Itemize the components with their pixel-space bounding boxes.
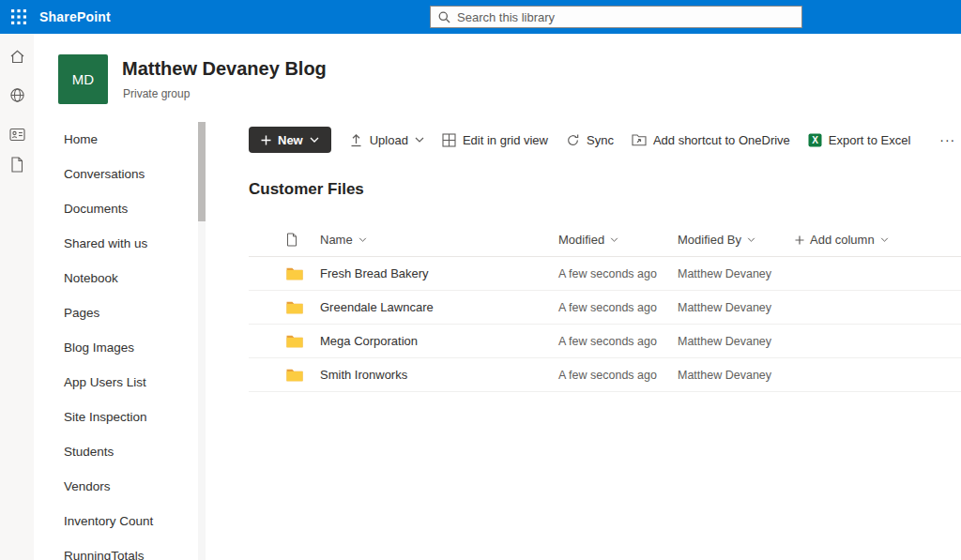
edit-in-grid-view-label: Edit in grid view — [463, 133, 548, 147]
edit-in-grid-view-button[interactable]: Edit in grid view — [442, 133, 548, 147]
upload-label: Upload — [370, 133, 408, 147]
app-name[interactable]: SharePoint — [39, 9, 111, 24]
sidebar-item-runningtotals[interactable]: RunningTotals — [34, 538, 198, 560]
file-modified-by: Matthew Devaney — [678, 335, 795, 348]
left-rail — [0, 34, 34, 560]
site-header: MD Matthew Devaney Blog Private group — [34, 34, 961, 122]
upload-button[interactable]: Upload — [349, 133, 424, 147]
sidebar-item-notebook[interactable]: Notebook — [34, 261, 198, 295]
site-title[interactable]: Matthew Devaney Blog — [122, 58, 327, 80]
main-content: New Upload Edit in grid view — [206, 122, 961, 560]
file-modified: A few seconds ago — [558, 335, 678, 348]
sidebar-item-shared-with-us[interactable]: Shared with us — [34, 226, 198, 261]
table-row[interactable]: Fresh Bread Bakery A few seconds ago Mat… — [249, 257, 961, 291]
sync-icon — [566, 133, 580, 147]
plus-icon — [261, 135, 271, 145]
chevron-down-icon — [747, 237, 755, 242]
svg-text:X: X — [812, 135, 818, 145]
contact-card-icon[interactable] — [2, 119, 32, 149]
file-name[interactable]: Fresh Bread Bakery — [320, 266, 558, 280]
app-launcher-icon[interactable] — [0, 0, 38, 34]
site-privacy-label: Private group — [123, 87, 190, 100]
export-to-excel-button[interactable]: X Export to Excel — [808, 133, 910, 147]
add-column-button[interactable]: Add column — [795, 233, 961, 247]
column-header-name[interactable]: Name — [320, 233, 558, 247]
topbar: SharePoint — [0, 0, 961, 34]
site-initials: MD — [72, 71, 94, 87]
column-header-modified[interactable]: Modified — [558, 233, 678, 247]
sidebar-item-site-inspection[interactable]: Site Inspection — [34, 400, 198, 434]
sidebar-nav: Home Conversations Documents Shared with… — [34, 122, 198, 560]
sidebar-item-students[interactable]: Students — [34, 434, 198, 469]
sidebar-item-vendors[interactable]: Vendors — [34, 469, 198, 504]
chevron-down-icon — [610, 237, 618, 242]
search-input[interactable] — [457, 10, 794, 24]
files-table: Name Modified Modified By Add column Fre… — [249, 223, 961, 392]
file-name[interactable]: Mega Corporation — [320, 334, 558, 348]
sidebar-item-conversations[interactable]: Conversations — [34, 157, 198, 191]
new-button-label: New — [278, 133, 303, 147]
file-name[interactable]: Greendale Lawncare — [320, 300, 558, 314]
folder-icon — [286, 301, 320, 314]
sidebar-item-pages[interactable]: Pages — [34, 295, 198, 330]
folder-shortcut-icon — [632, 133, 647, 146]
file-modified: A few seconds ago — [558, 267, 678, 280]
library-title: Customer Files — [249, 180, 364, 199]
table-header-row: Name Modified Modified By Add column — [249, 223, 961, 257]
file-modified-by: Matthew Devaney — [678, 369, 795, 382]
document-icon[interactable] — [2, 149, 32, 179]
command-bar: New Upload Edit in grid view — [249, 124, 952, 156]
plus-icon — [795, 235, 804, 245]
sidebar-item-blog-images[interactable]: Blog Images — [34, 330, 198, 365]
sidebar-item-documents[interactable]: Documents — [34, 191, 198, 226]
add-shortcut-label: Add shortcut to OneDrive — [653, 133, 790, 147]
upload-icon — [349, 133, 363, 147]
new-button[interactable]: New — [249, 127, 331, 153]
add-shortcut-to-onedrive-button[interactable]: Add shortcut to OneDrive — [632, 133, 790, 147]
sync-label: Sync — [587, 133, 614, 147]
file-modified-by: Matthew Devaney — [678, 301, 795, 314]
file-modified-by: Matthew Devaney — [678, 267, 795, 280]
library-search-box[interactable] — [430, 6, 802, 28]
folder-icon — [286, 267, 320, 280]
site-logo[interactable]: MD — [58, 54, 108, 104]
sync-button[interactable]: Sync — [566, 133, 614, 147]
grid-icon — [442, 133, 456, 147]
file-modified: A few seconds ago — [558, 301, 678, 314]
table-row[interactable]: Smith Ironworks A few seconds ago Matthe… — [249, 358, 961, 392]
table-row[interactable]: Greendale Lawncare A few seconds ago Mat… — [249, 291, 961, 325]
file-modified: A few seconds ago — [558, 369, 678, 382]
folder-icon — [286, 369, 320, 382]
waffle-icon — [11, 9, 26, 24]
chevron-down-icon — [415, 137, 424, 143]
column-header-modified-by[interactable]: Modified By — [678, 233, 795, 247]
sidebar-item-inventory-count[interactable]: Inventory Count — [34, 504, 198, 538]
search-icon — [438, 11, 450, 23]
more-commands-button[interactable]: ··· — [934, 132, 961, 147]
table-row[interactable]: Mega Corporation A few seconds ago Matth… — [249, 325, 961, 358]
chevron-down-icon — [358, 237, 367, 242]
excel-icon: X — [808, 133, 822, 147]
sidebar-scrollbar-thumb[interactable] — [198, 122, 206, 221]
home-icon[interactable] — [2, 41, 32, 71]
chevron-down-icon — [310, 137, 319, 143]
globe-icon[interactable] — [2, 80, 32, 110]
chevron-down-icon — [880, 237, 889, 242]
sidebar-scrollbar[interactable] — [198, 122, 206, 560]
file-name[interactable]: Smith Ironworks — [320, 368, 558, 382]
file-type-column[interactable] — [286, 233, 320, 247]
export-to-excel-label: Export to Excel — [829, 133, 910, 147]
sidebar-item-app-users-list[interactable]: App Users List — [34, 365, 198, 400]
sidebar-item-home[interactable]: Home — [34, 122, 198, 157]
folder-icon — [286, 335, 320, 348]
file-icon — [286, 233, 297, 247]
